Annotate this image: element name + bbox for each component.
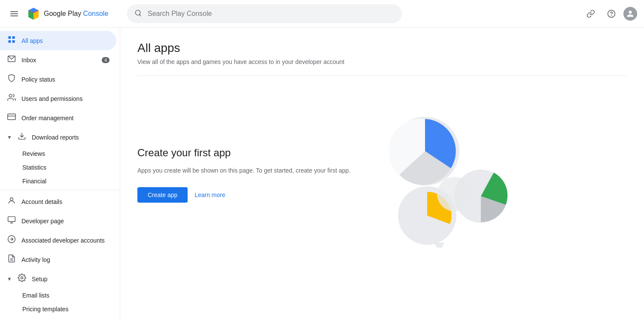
svg-rect-8 (12, 40, 15, 43)
sidebar-item-users-label: Users and permissions (21, 95, 82, 102)
sidebar-item-associated-label: Associated developer accounts (21, 237, 105, 244)
content-divider (137, 76, 627, 76)
svg-point-14 (10, 197, 13, 200)
sidebar-item-policy-status[interactable]: Policy status (0, 70, 116, 89)
illustration (378, 102, 515, 248)
sidebar-item-inbox[interactable]: Inbox 4 (0, 50, 116, 70)
sidebar-item-order-label: Order management (21, 115, 73, 122)
sidebar-sub-item-statistics[interactable]: Statistics (0, 161, 120, 174)
empty-state-actions: Create app Learn more (137, 187, 352, 203)
sidebar-item-developer-label: Developer page (21, 218, 64, 225)
inbox-badge: 4 (102, 57, 109, 63)
sidebar-item-all-apps-label: All apps (21, 37, 43, 44)
svg-point-25 (437, 177, 471, 211)
avatar[interactable] (623, 7, 637, 21)
link-circle-icon (7, 235, 16, 246)
sidebar: All apps Inbox 4 Policy status (0, 27, 120, 322)
sidebar-item-developer-page[interactable]: Developer page (0, 211, 116, 231)
sidebar-item-account-label: Account details (21, 198, 62, 205)
learn-more-button[interactable]: Learn more (194, 191, 225, 198)
sidebar-item-users-permissions[interactable]: Users and permissions (0, 89, 116, 108)
sidebar-item-associated-developer[interactable]: Associated developer accounts (0, 231, 116, 250)
sidebar-item-activity-log[interactable]: Activity log (0, 250, 116, 269)
account-details-icon (7, 196, 16, 207)
grid-icon (7, 35, 16, 46)
sidebar-sub-item-email-lists[interactable]: Email lists (0, 289, 120, 302)
inbox-icon (7, 55, 16, 65)
sidebar-item-activity-label: Activity log (21, 256, 50, 263)
page-title: All apps (137, 41, 627, 55)
sidebar-item-account-details[interactable]: Account details (0, 192, 116, 211)
sidebar-divider-1 (0, 190, 120, 190)
main-content: All apps View all of the apps and games … (120, 27, 644, 322)
svg-point-10 (9, 94, 12, 97)
create-app-button[interactable]: Create app (137, 187, 188, 203)
sidebar-sub-item-reviews[interactable]: Reviews (0, 147, 120, 161)
svg-rect-7 (9, 40, 11, 43)
hamburger-button[interactable] (7, 8, 21, 20)
sidebar-item-order-management[interactable]: Order management (0, 108, 116, 128)
search-input[interactable] (127, 4, 402, 23)
sidebar-item-download-reports[interactable]: ▼ Download reports (0, 128, 116, 147)
svg-rect-6 (12, 36, 15, 39)
svg-rect-0 (10, 11, 18, 12)
document-icon (7, 254, 16, 265)
svg-rect-11 (8, 114, 15, 119)
svg-rect-1 (10, 13, 18, 14)
link-button[interactable] (582, 5, 599, 22)
empty-state-title: Create your first app (137, 147, 352, 159)
empty-state-text: Create your first app Apps you create wi… (137, 147, 352, 203)
shield-icon (7, 74, 16, 85)
svg-rect-2 (10, 15, 18, 16)
sidebar-item-setup-label: Setup (32, 276, 48, 283)
expand-icon: ▼ (7, 134, 12, 140)
sidebar-item-setup[interactable]: ▼ Setup (0, 269, 116, 289)
sidebar-item-all-apps[interactable]: All apps (0, 31, 116, 50)
logo: Google Play Console (27, 7, 108, 21)
gear-icon (17, 273, 27, 284)
sidebar-sub-item-financial[interactable]: Financial (0, 174, 120, 188)
empty-state-description: Apps you create will be shown on this pa… (137, 166, 352, 175)
person-icon (7, 93, 16, 104)
sidebar-item-download-label: Download reports (32, 134, 79, 141)
setup-expand-icon: ▼ (7, 276, 12, 282)
empty-state: Create your first app Apps you create wi… (137, 93, 627, 256)
logo-text: Google Play Console (44, 10, 108, 18)
sidebar-item-policy-label: Policy status (21, 76, 55, 83)
svg-point-21 (21, 277, 23, 279)
sidebar-item-inbox-label: Inbox (21, 57, 36, 64)
page-subtitle: View all of the apps and games you have … (137, 58, 627, 65)
monitor-icon (7, 216, 16, 226)
svg-rect-5 (9, 36, 11, 39)
credit-card-icon (7, 112, 16, 123)
search-icon (134, 9, 142, 18)
sidebar-sub-item-pricing-templates[interactable]: Pricing templates (0, 302, 120, 316)
svg-point-4 (611, 15, 612, 15)
download-icon (17, 132, 27, 143)
help-button[interactable] (603, 5, 620, 22)
svg-rect-15 (8, 217, 15, 222)
search-bar (127, 4, 402, 23)
